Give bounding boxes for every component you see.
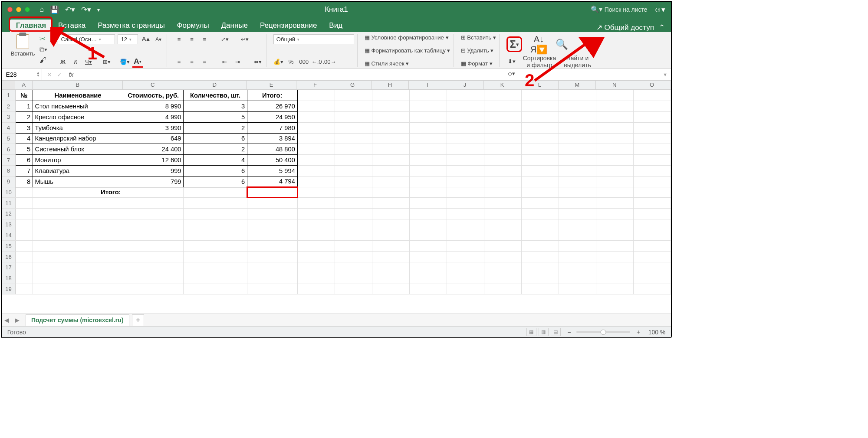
total-label[interactable]: Итого:	[33, 187, 123, 198]
cell[interactable]	[447, 284, 484, 294]
sheet-nav-next[interactable]: ▶	[12, 317, 22, 324]
header-cell-D[interactable]: Количество, шт.	[184, 90, 247, 101]
cell[interactable]	[633, 111, 671, 122]
row-header[interactable]: 5	[2, 133, 15, 144]
cell[interactable]	[123, 252, 184, 262]
orientation-icon[interactable]: ⤢▾	[220, 34, 230, 44]
paste-button[interactable]: Вставить	[9, 34, 37, 57]
cell[interactable]	[247, 262, 297, 273]
borders-button[interactable]: ⊞▾	[102, 56, 112, 66]
cell[interactable]	[335, 90, 372, 101]
copy-icon[interactable]: ⧉▾	[39, 46, 47, 54]
cell[interactable]	[633, 273, 671, 284]
home-icon[interactable]: ⌂	[39, 5, 44, 14]
cell-B5[interactable]: Канцелярский набор	[33, 133, 123, 144]
cell[interactable]	[447, 252, 484, 262]
cell[interactable]	[409, 284, 447, 294]
row-header[interactable]: 1	[2, 90, 15, 101]
row-header[interactable]: 11	[2, 198, 15, 209]
row-header[interactable]: 14	[2, 230, 15, 241]
font-color-button[interactable]: А▾	[132, 56, 142, 66]
cell[interactable]	[447, 187, 484, 198]
cell-C8[interactable]: 999	[123, 165, 184, 176]
cell-C9[interactable]: 799	[123, 176, 184, 187]
align-middle-icon[interactable]: ≡	[187, 34, 197, 44]
cell[interactable]	[484, 209, 521, 219]
cell[interactable]	[596, 262, 633, 273]
column-header-E[interactable]: E	[247, 81, 296, 90]
row-header[interactable]: 9	[2, 176, 15, 187]
font-family-select[interactable]: Calibri (Осн…	[58, 34, 115, 44]
cell-E10-selected[interactable]	[247, 187, 297, 198]
undo-icon[interactable]: ↶▾	[65, 5, 75, 14]
cell[interactable]	[559, 90, 596, 101]
cell[interactable]	[372, 209, 409, 219]
cell[interactable]	[123, 198, 184, 209]
cell[interactable]	[372, 187, 409, 198]
cell-A9[interactable]: 8	[15, 176, 33, 187]
cell[interactable]	[372, 241, 409, 252]
cell[interactable]	[297, 219, 335, 230]
cell[interactable]	[184, 219, 247, 230]
cell[interactable]	[447, 165, 484, 176]
expand-formula-bar-icon[interactable]: ▼	[663, 72, 667, 77]
cell[interactable]	[335, 198, 372, 209]
name-box[interactable]: E28 ▲▼	[2, 69, 42, 80]
share-button[interactable]: Общий доступ	[596, 23, 654, 32]
cell[interactable]	[484, 101, 521, 112]
cell-A7[interactable]: 6	[15, 155, 33, 166]
zoom-window-button[interactable]	[25, 7, 30, 12]
cell[interactable]	[123, 262, 184, 273]
cell[interactable]	[484, 122, 521, 133]
cell[interactable]	[15, 252, 33, 262]
row-header[interactable]: 16	[2, 252, 15, 262]
cell-E7[interactable]: 50 400	[247, 155, 297, 166]
cell-E9[interactable]: 4 794	[247, 176, 297, 187]
cell[interactable]	[559, 230, 596, 241]
row-header[interactable]: 17	[2, 262, 15, 273]
cell[interactable]	[409, 111, 447, 122]
cell[interactable]	[447, 133, 484, 144]
header-cell-C[interactable]: Стоимость, руб.	[123, 90, 184, 101]
cell[interactable]	[521, 90, 559, 101]
cell[interactable]	[335, 101, 372, 112]
cell-E2[interactable]: 26 970	[247, 101, 297, 112]
delete-cells-button[interactable]: ⊟ Удалить ▾	[461, 47, 494, 54]
row-header[interactable]: 18	[2, 273, 15, 284]
cell-A2[interactable]: 1	[15, 101, 33, 112]
cell[interactable]	[447, 90, 484, 101]
cell[interactable]	[484, 90, 521, 101]
cell[interactable]	[521, 155, 559, 166]
cell[interactable]	[372, 198, 409, 209]
save-icon[interactable]: 💾	[50, 5, 59, 14]
cell-A8[interactable]: 7	[15, 165, 33, 176]
cell[interactable]	[484, 165, 521, 176]
cell[interactable]	[15, 230, 33, 241]
cell-D2[interactable]: 3	[184, 101, 247, 112]
cell[interactable]	[447, 262, 484, 273]
cell[interactable]	[297, 155, 335, 166]
cell[interactable]	[123, 273, 184, 284]
cell[interactable]	[335, 187, 372, 198]
qat-customize-icon[interactable]: ▾	[97, 7, 100, 13]
cell[interactable]	[297, 90, 335, 101]
cell[interactable]	[447, 230, 484, 241]
cell[interactable]	[633, 133, 671, 144]
align-center-icon[interactable]: ≡	[187, 56, 197, 66]
cell[interactable]	[15, 209, 33, 219]
percent-icon[interactable]: %	[286, 56, 296, 66]
format-cells-button[interactable]: ▦ Формат ▾	[461, 60, 493, 67]
tab-data[interactable]: Данные	[215, 20, 254, 32]
cell[interactable]	[484, 284, 521, 294]
cell[interactable]	[409, 144, 447, 155]
align-right-icon[interactable]: ≡	[200, 56, 210, 66]
cell[interactable]	[521, 133, 559, 144]
conditional-formatting-button[interactable]: ▦ Условное форматирование ▾	[365, 34, 449, 41]
cell[interactable]	[335, 241, 372, 252]
cell[interactable]	[559, 262, 596, 273]
decrease-indent-icon[interactable]: ⇤	[220, 56, 230, 66]
cell[interactable]	[15, 241, 33, 252]
tab-home[interactable]: Главная	[10, 20, 52, 32]
cell[interactable]	[447, 155, 484, 166]
cell[interactable]	[15, 273, 33, 284]
